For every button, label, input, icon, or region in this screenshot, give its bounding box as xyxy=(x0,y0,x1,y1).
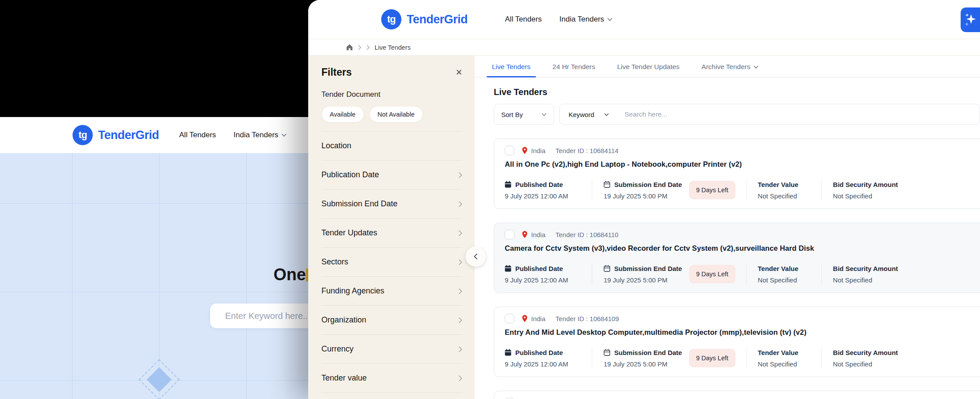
tender-checkbox[interactable] xyxy=(505,230,514,239)
tender-title[interactable]: Entry And Mid Level Desktop Computer,mul… xyxy=(505,328,980,337)
chevron-down-icon xyxy=(607,18,612,21)
brand-name: TenderGrid xyxy=(98,128,159,142)
tendergrid-logo-icon: tg xyxy=(73,125,93,145)
search-input[interactable] xyxy=(625,110,971,118)
published-date-label: Published Date xyxy=(515,349,563,356)
chevron-right-icon xyxy=(366,45,370,50)
search-box: Keyword xyxy=(559,104,980,125)
hero-headline: One– xyxy=(273,265,308,284)
chevron-right-icon xyxy=(458,230,463,237)
filter-item-sectors[interactable]: Sectors xyxy=(321,248,463,277)
chevron-right-icon xyxy=(458,259,463,266)
filter-item-currency[interactable]: Currency xyxy=(321,335,463,364)
tabs-row: Live Tenders 24 Hr Tenders Live Tender U… xyxy=(474,56,980,77)
keyword-dropdown[interactable]: Keyword xyxy=(568,111,608,118)
nav-india-tenders[interactable]: India Tenders xyxy=(559,15,612,24)
days-left-badge: 9 Days Left xyxy=(689,181,735,199)
filter-item-location[interactable]: Location xyxy=(321,132,463,161)
location-pin-icon xyxy=(521,315,528,322)
submission-end-date-label: Submission End Date xyxy=(614,181,682,188)
tender-country: India xyxy=(531,147,546,154)
chevron-right-icon xyxy=(358,45,361,50)
tender-card[interactable]: India Tender ID : 10684114 All in One Pc… xyxy=(494,139,980,209)
filter-list: Location Publication Date Submission End… xyxy=(321,131,463,393)
days-left-badge: 9 Days Left xyxy=(689,265,735,283)
filter-item-organization[interactable]: Organization xyxy=(321,306,463,335)
chevron-down-icon xyxy=(542,113,546,116)
bid-security-value: Not Specified xyxy=(833,360,898,368)
filter-item-tender-updates[interactable]: Tender Updates xyxy=(321,219,463,248)
filters-sidebar: Filters ✕ Tender Document Available Not … xyxy=(308,56,474,399)
nav-india-tenders[interactable]: India Tenders xyxy=(233,131,287,139)
filter-item-tender-value[interactable]: Tender value xyxy=(321,364,463,393)
hero-keyword-input[interactable] xyxy=(210,304,308,328)
panel-header: tg TenderGrid All Tenders India Tenders xyxy=(308,0,980,39)
tender-card[interactable]: India Tender ID : 10684109 Entry And Mid… xyxy=(494,307,980,377)
tender-list: India Tender ID : 10684114 All in One Pc… xyxy=(494,139,980,399)
location-pin-icon xyxy=(521,146,528,154)
background-hero: One– xyxy=(0,153,308,399)
brand-name: TenderGrid xyxy=(407,13,468,26)
tender-id: Tender ID : 10684110 xyxy=(556,231,619,238)
breadcrumb: Live Tenders xyxy=(308,39,980,56)
tender-value-value: Not Specified xyxy=(758,192,806,200)
submission-end-date-value: 19 July 2025 5:00 PM xyxy=(604,360,682,368)
tab-24hr-tenders[interactable]: 24 Hr Tenders xyxy=(547,63,601,77)
chevron-down-icon xyxy=(281,133,287,137)
filters-title: Filters xyxy=(321,66,352,78)
tab-live-tender-updates[interactable]: Live Tender Updates xyxy=(612,63,685,77)
tender-value-value: Not Specified xyxy=(758,276,806,284)
tender-card[interactable]: India Tender ID : 10684110 Camera for Cc… xyxy=(494,223,980,293)
home-icon[interactable] xyxy=(346,44,353,51)
filter-item-funding-agencies[interactable]: Funding Agencies xyxy=(321,277,463,306)
tender-card[interactable]: India Tender ID : 10684107 xyxy=(494,391,980,399)
tendergrid-logo-icon: tg xyxy=(381,9,401,29)
tender-value-label: Tender Value xyxy=(758,181,798,188)
tender-country: India xyxy=(531,231,546,238)
sort-by-dropdown[interactable]: Sort By xyxy=(494,104,554,125)
filter-option-not-available[interactable]: Not Available xyxy=(369,106,423,123)
chevron-down-icon xyxy=(754,66,758,69)
page-title: Live Tenders xyxy=(494,87,980,97)
tab-live-tenders[interactable]: Live Tenders xyxy=(487,63,536,77)
published-date-value: 9 July 2025 12:00 AM xyxy=(505,276,580,284)
tender-value-label: Tender Value xyxy=(758,349,798,356)
calendar-outline-icon xyxy=(604,181,610,188)
published-date-label: Published Date xyxy=(515,181,563,188)
tender-title[interactable]: Camera for Cctv System (v3),video Record… xyxy=(505,244,980,253)
chevron-right-icon xyxy=(458,201,463,208)
collapse-filters-button[interactable] xyxy=(466,246,486,267)
tender-title[interactable]: All in One Pc (v2),high End Laptop - Not… xyxy=(505,160,980,168)
calendar-filled-icon xyxy=(505,349,511,356)
filter-item-submission-end-date[interactable]: Submission End Date xyxy=(321,190,463,219)
tender-checkbox[interactable] xyxy=(505,314,514,323)
background-nav: All Tenders India Tenders xyxy=(179,131,287,139)
published-date-label: Published Date xyxy=(515,265,563,272)
tender-value-value: Not Specified xyxy=(758,360,806,368)
location-pin-icon xyxy=(521,231,528,238)
tab-archive-tenders[interactable]: Archive Tenders xyxy=(696,63,764,77)
ai-sparkles-button[interactable] xyxy=(961,7,980,32)
chevron-right-icon xyxy=(458,288,463,295)
bid-security-label: Bid Security Amount xyxy=(833,349,898,356)
chevron-right-icon xyxy=(458,317,463,324)
bid-security-label: Bid Security Amount xyxy=(833,181,898,188)
close-icon[interactable]: ✕ xyxy=(455,68,463,77)
tender-id: Tender ID : 10684109 xyxy=(556,315,619,322)
published-date-value: 9 July 2025 12:00 AM xyxy=(505,360,580,368)
overlay-panel: tg TenderGrid All Tenders India Tenders xyxy=(308,0,980,399)
filter-option-available[interactable]: Available xyxy=(321,106,364,123)
tender-value-label: Tender Value xyxy=(758,265,798,272)
submission-end-date-label: Submission End Date xyxy=(614,349,682,356)
screen: tg TenderGrid All Tenders India Tenders … xyxy=(0,0,980,399)
nav-all-tenders[interactable]: All Tenders xyxy=(505,15,542,24)
nav-all-tenders[interactable]: All Tenders xyxy=(179,131,216,139)
calendar-filled-icon xyxy=(505,265,511,272)
submission-end-date-value: 19 July 2025 5:00 PM xyxy=(604,192,682,200)
tender-checkbox[interactable] xyxy=(505,146,514,155)
breadcrumb-current[interactable]: Live Tenders xyxy=(375,44,411,51)
published-date-value: 9 July 2025 12:00 AM xyxy=(505,192,580,200)
calendar-filled-icon xyxy=(505,181,511,188)
background-header: tg TenderGrid All Tenders India Tenders xyxy=(0,117,308,153)
filter-item-publication-date[interactable]: Publication Date xyxy=(321,161,463,190)
